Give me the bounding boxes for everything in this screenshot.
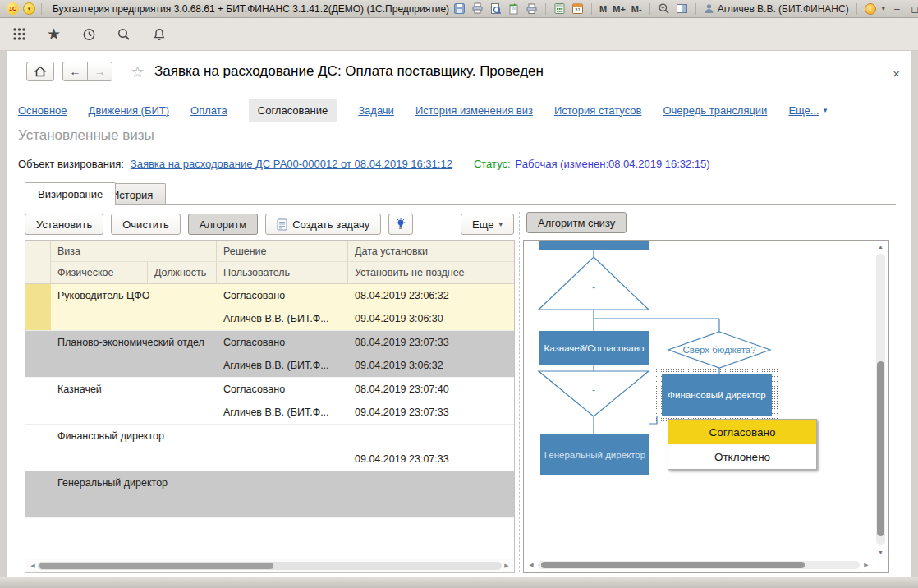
home-button[interactable] [26, 62, 54, 81]
divider [545, 3, 546, 15]
caret-down-icon[interactable]: ▾ [882, 5, 885, 12]
maximize-button[interactable]: ◻ [909, 3, 918, 15]
close-form-button[interactable]: × [893, 67, 900, 80]
panel-splitter[interactable] [519, 212, 520, 572]
flow-node-top-clipped[interactable] [539, 241, 649, 250]
tab-dvizheniya-bit[interactable]: Движения (БИТ) [89, 104, 169, 117]
print-icon[interactable] [471, 2, 484, 15]
cell-user: Агличев В.В. (БИТ.Ф... [217, 354, 348, 377]
flow-node-treasurer[interactable]: Казначей/Согласовано [539, 331, 649, 365]
send-document-icon[interactable] [507, 2, 520, 15]
minimize-button[interactable]: – [891, 3, 903, 15]
header-date-set[interactable]: Дата установки [348, 241, 514, 262]
info-icon[interactable]: i [865, 3, 876, 15]
cell-date [348, 471, 514, 494]
forward-button[interactable]: → [87, 62, 112, 81]
algorithm-button[interactable]: Алгоритм [188, 214, 258, 235]
tab-istoriya-viz[interactable]: История изменения виз [415, 104, 533, 117]
search-icon[interactable] [117, 27, 131, 42]
lamp-button[interactable] [388, 214, 413, 235]
divider [25, 204, 896, 205]
zoom-icon[interactable] [658, 2, 670, 15]
notifications-bell-icon[interactable] [152, 27, 167, 42]
table-row[interactable]: Генеральный директор [25, 471, 514, 518]
calculator-icon[interactable] [553, 2, 566, 15]
header-decision[interactable]: Решение [217, 241, 348, 262]
print-preview-icon[interactable] [489, 2, 502, 15]
menu-item-approve[interactable]: Согласовано [668, 420, 816, 444]
cell-date: 08.04.2019 23:07:33 [348, 331, 514, 354]
flow-vertical-scrollbar[interactable]: ▲ ▼ [875, 244, 886, 555]
scroll-left-icon[interactable]: ◀ [28, 563, 38, 569]
calendar-icon[interactable]: 31 [571, 2, 584, 15]
print-settings-icon[interactable] [526, 2, 538, 15]
row-marker [25, 354, 51, 377]
favorite-star-icon[interactable]: ☆ [131, 62, 145, 81]
flow-node-selection: Финансовый директор [655, 368, 778, 422]
current-user[interactable]: Агличев В.В. (БИТ.ФИНАНС) [704, 3, 849, 15]
scroll-down-icon[interactable]: ▼ [878, 549, 884, 555]
favorites-star-icon[interactable]: ★ [47, 26, 61, 42]
back-button[interactable]: ← [62, 62, 88, 81]
table-row[interactable]: Планово-экономический отдел Согласовано … [25, 331, 514, 378]
flow-node-financial-director[interactable]: Финансовый директор [662, 374, 772, 416]
history-icon[interactable] [81, 27, 96, 42]
scrollbar-thumb[interactable] [39, 563, 273, 569]
scroll-right-icon[interactable]: ▶ [861, 562, 871, 568]
row-marker [25, 448, 51, 471]
header-person[interactable]: Физическое [51, 262, 148, 283]
table-row[interactable]: Финансовый директор 09.04.2019 23:07:33 [25, 425, 514, 471]
cell-due: 09.04.2019 23:07:33 [348, 401, 514, 424]
tab-ochered-translyacii[interactable]: Очередь трансляции [663, 104, 767, 117]
table-row[interactable]: Руководитель ЦФО Согласовано 08.04.2019 … [25, 284, 514, 331]
scrollbar-track[interactable] [538, 561, 860, 569]
header-visa[interactable]: Виза [51, 241, 217, 262]
install-visa-button[interactable]: Установить [25, 214, 103, 235]
scrollbar-track[interactable] [38, 562, 502, 570]
subtab-vizirovanie[interactable]: Визирование [25, 182, 116, 205]
scroll-right-icon[interactable]: ▶ [502, 563, 512, 569]
scroll-up-icon[interactable]: ▲ [878, 244, 884, 250]
command-bar: Установить Очистить Алгоритм Создать зад… [25, 212, 514, 237]
tab-osnovnoe[interactable]: Основное [18, 104, 67, 117]
system-menu-button[interactable]: ▾ [23, 2, 35, 15]
memory-m-plus-button[interactable]: M+ [613, 4, 626, 14]
header-due[interactable]: Установить не позднее [348, 262, 514, 283]
cell-date: 08.04.2019 23:06:32 [348, 284, 514, 307]
flow-node-general-director[interactable]: Генеральный директор [540, 434, 649, 475]
tab-oplata[interactable]: Оплата [190, 104, 227, 117]
table-horizontal-scrollbar[interactable]: ◀ ▶ [26, 559, 513, 572]
tab-more-menu[interactable]: Еще...▾ [788, 104, 827, 117]
create-task-label: Создать задачу [292, 218, 369, 231]
memory-m-minus-button[interactable]: M- [631, 4, 642, 14]
cell-due [348, 494, 514, 517]
flow-horizontal-scrollbar[interactable]: ◀ ▶ [526, 559, 871, 570]
scrollbar-thumb[interactable] [541, 562, 805, 568]
table-row[interactable]: Казначей Согласовано 08.04.2019 23:07:40… [25, 378, 514, 425]
cell-user: Агличев В.В. (БИТ.Ф... [217, 307, 348, 330]
tab-istoriya-statusov[interactable]: История статусов [554, 104, 642, 117]
menu-item-decline[interactable]: Отклонено [668, 444, 816, 469]
tab-zadachi[interactable]: Задачи [358, 104, 394, 117]
split-view-icon[interactable] [676, 2, 688, 15]
scrollbar-track[interactable] [876, 254, 885, 545]
row-marker [25, 425, 51, 448]
menu-grid-icon[interactable] [12, 27, 26, 41]
scroll-left-icon[interactable]: ◀ [526, 562, 536, 568]
application-window: 1С ▾ Бухгалтерия предприятия 3.0.68.61 +… [0, 0, 918, 588]
row-marker [25, 307, 51, 330]
tab-soglasovanie[interactable]: Согласование [249, 99, 337, 122]
header-user[interactable]: Пользователь [217, 262, 348, 283]
svg-text:31: 31 [575, 7, 581, 12]
cell-person [51, 401, 148, 424]
algorithm-below-button[interactable]: Алгоритм снизу [526, 212, 627, 233]
object-link[interactable]: Заявка на расходование ДС РА00-000012 от… [131, 158, 452, 170]
header-position[interactable]: Должность [148, 262, 217, 283]
save-icon[interactable] [453, 2, 466, 15]
cell-position [148, 448, 217, 471]
scrollbar-thumb[interactable] [877, 361, 884, 536]
more-button[interactable]: Еще▾ [461, 214, 514, 235]
clear-visa-button[interactable]: Очистить [111, 214, 181, 235]
create-task-button[interactable]: Создать задачу [265, 214, 381, 235]
memory-m-button[interactable]: M [599, 4, 607, 14]
